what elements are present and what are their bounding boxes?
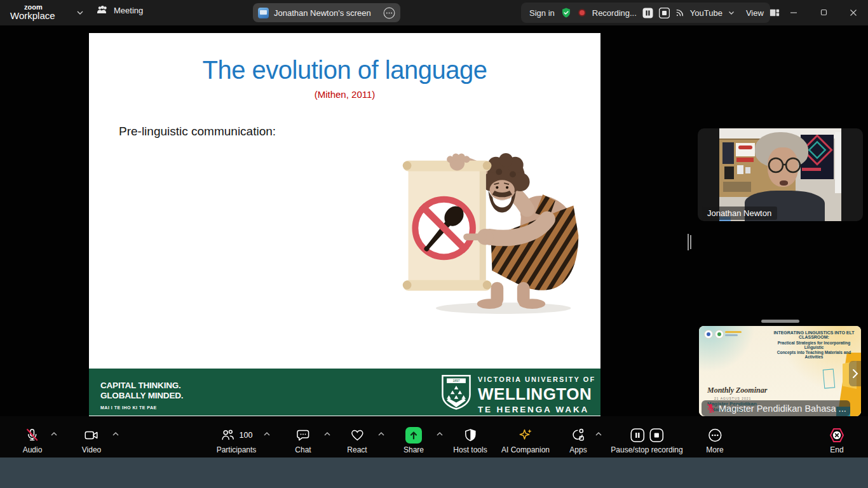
windows-taskbar: 1 xyxy=(0,458,868,488)
mic-muted-icon xyxy=(25,426,40,444)
thumbnail-drag-handle[interactable] xyxy=(761,320,799,323)
shared-screen-title: Jonathan Newton's screen xyxy=(274,8,378,18)
video-panel-resize-handle[interactable] xyxy=(688,234,693,250)
university-crest: 1897 xyxy=(440,374,473,410)
close-button[interactable] xyxy=(839,0,867,25)
tab-more-options-icon[interactable] xyxy=(383,7,395,19)
meeting-control-bar: Audio Video 10 xyxy=(0,416,868,458)
workspace-chevron-down-icon[interactable] xyxy=(76,10,84,15)
more-button[interactable]: More xyxy=(706,426,723,454)
muted-mic-icon xyxy=(707,403,715,414)
speaker-name-label: Jonathan Newton xyxy=(702,207,777,220)
view-button[interactable]: View xyxy=(746,8,764,18)
share-screen-icon xyxy=(405,426,422,444)
ministry-logo xyxy=(704,330,713,339)
poster-video-tile[interactable]: INTEGRATING LINGUISTICS INTO ELT CLASSRO… xyxy=(699,326,861,416)
apps-button[interactable]: Apps xyxy=(569,426,587,454)
camera-icon xyxy=(84,426,99,444)
window-title-bar: zoom Workplace Meeting Jonathan Newton's… xyxy=(0,0,868,25)
slide-body-text: Pre-linguistic communication: xyxy=(119,125,276,139)
recording-stop-button[interactable] xyxy=(659,8,670,18)
youtube-stream-label[interactable]: YouTube xyxy=(690,8,722,18)
end-meeting-button[interactable]: End xyxy=(829,426,845,454)
chat-options-caret[interactable] xyxy=(323,431,331,437)
heart-icon xyxy=(349,426,365,444)
pause-stop-recording-button[interactable]: Pause/stop recording xyxy=(611,426,682,454)
crest-year: 1897 xyxy=(452,379,459,383)
video-options-caret[interactable] xyxy=(112,431,119,437)
participants-options-caret[interactable] xyxy=(263,431,271,437)
meeting-tab-label: Meeting xyxy=(114,6,143,15)
chat-button[interactable]: Chat xyxy=(295,426,311,454)
react-options-caret[interactable] xyxy=(377,431,385,437)
ellipsis-icon xyxy=(707,426,722,444)
footer-taglines: CAPITAL THINKING. GLOBALLY MINDED. MAI I… xyxy=(100,381,183,413)
slide-citation: (Mithen, 2011) xyxy=(89,89,600,100)
apps-icon xyxy=(571,426,586,444)
campus-wordmark xyxy=(725,331,742,333)
caveman-no-club-illustration xyxy=(391,141,591,318)
recording-pause-button[interactable] xyxy=(642,8,653,18)
chat-bubble-icon xyxy=(295,426,311,444)
maximize-button[interactable] xyxy=(810,0,837,25)
apps-options-caret[interactable] xyxy=(595,431,602,437)
sparkle-icon xyxy=(517,426,534,444)
stop-recording-icon[interactable] xyxy=(649,428,664,443)
security-shield-icon[interactable] xyxy=(560,7,572,18)
audio-button[interactable]: Audio xyxy=(23,426,43,454)
campus-wordmark-2 xyxy=(725,334,738,336)
campus-logo xyxy=(715,330,724,339)
ai-companion-button[interactable]: AI Companion xyxy=(501,426,550,454)
recording-status-label: Recording... xyxy=(592,8,637,18)
poster-name-label: Magister Pendidikan Bahasa ... xyxy=(702,400,850,416)
workplace-label: Workplace xyxy=(10,10,55,21)
recording-dot-icon xyxy=(578,8,587,17)
titlebar-status-cluster: Sign in Recording... xyxy=(521,3,770,23)
participants-button[interactable]: 100 Participants xyxy=(217,426,257,454)
sign-in-link[interactable]: Sign in xyxy=(529,8,555,18)
pause-recording-icon[interactable] xyxy=(630,428,645,443)
meeting-people-icon xyxy=(97,5,109,15)
poster-outline-box xyxy=(823,369,836,388)
host-shield-icon xyxy=(463,426,478,444)
youtube-chevron-down-icon[interactable] xyxy=(728,11,735,15)
minimize-button[interactable] xyxy=(780,0,808,25)
participants-count: 100 xyxy=(240,431,253,440)
next-participant-button[interactable] xyxy=(849,361,861,386)
participants-icon xyxy=(220,428,236,443)
tab-meeting[interactable]: Meeting xyxy=(97,5,143,15)
end-call-icon xyxy=(829,426,845,444)
slide-footer-band: CAPITAL THINKING. GLOBALLY MINDED. MAI I… xyxy=(89,369,600,416)
zoom-workplace-window: zoom Workplace Meeting Jonathan Newton's… xyxy=(0,0,868,488)
presentation-slide: The evolution of language (Mithen, 2011)… xyxy=(89,33,600,416)
host-tools-button[interactable]: Host tools xyxy=(453,426,487,454)
video-button[interactable]: Video xyxy=(82,426,101,454)
poster-heading: INTEGRATING LINGUISTICS INTO ELT CLASSRO… xyxy=(770,330,858,359)
react-button[interactable]: React xyxy=(347,426,367,454)
slide-title: The evolution of language xyxy=(89,56,600,85)
poster-event-title: Monthly Zoominar xyxy=(707,386,767,395)
tab-shared-screen[interactable]: Jonathan Newton's screen xyxy=(253,3,400,22)
audio-options-caret[interactable] xyxy=(50,431,58,437)
live-stream-icon xyxy=(675,8,684,17)
speaker-video-tile[interactable]: Jonathan Newton xyxy=(698,128,863,221)
view-layout-icon[interactable] xyxy=(770,8,780,18)
university-wordmark: VICTORIA UNIVERSITY OF WELLINGTON TE HER… xyxy=(478,376,595,414)
screen-share-icon xyxy=(258,8,269,18)
share-options-caret[interactable] xyxy=(436,431,444,437)
share-button[interactable]: Share xyxy=(403,426,424,454)
